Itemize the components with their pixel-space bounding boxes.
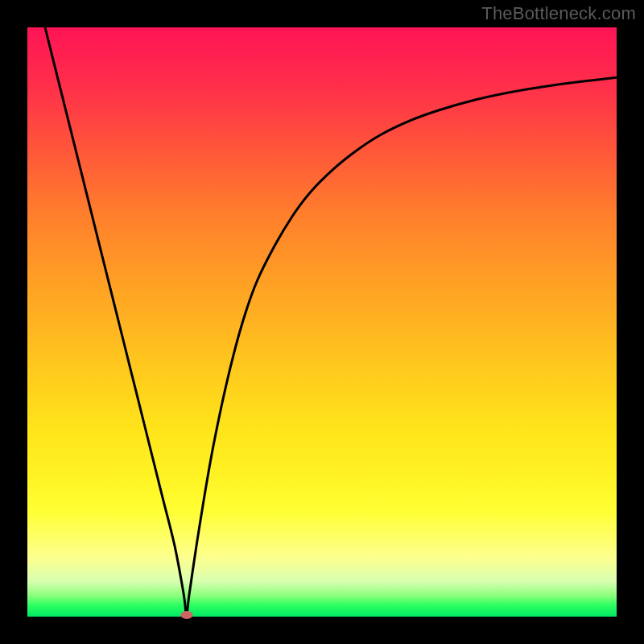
chart-frame: TheBottleneck.com (0, 0, 644, 644)
bottleneck-curve (45, 27, 617, 613)
plot-area (27, 27, 617, 617)
optimal-point-marker (180, 611, 192, 619)
watermark-text: TheBottleneck.com (481, 3, 636, 24)
curve-svg (27, 27, 617, 617)
